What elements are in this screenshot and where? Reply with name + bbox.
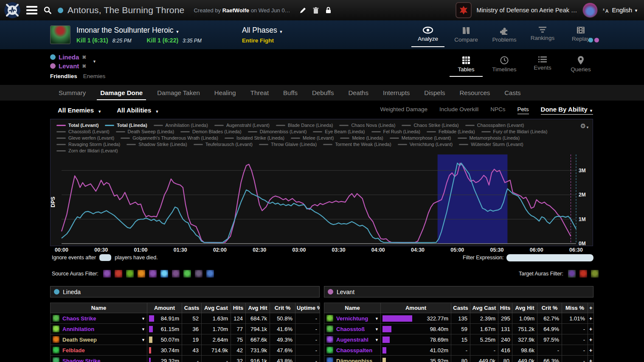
add-query-button[interactable]: +: [588, 324, 594, 334]
filter-weighted-damage[interactable]: Weighted Damage: [380, 106, 427, 114]
column-header[interactable]: Avg Cast: [202, 303, 231, 313]
legend-item[interactable]: Fury of the Illidari (Lineda): [481, 129, 548, 135]
legend-item[interactable]: Death Sweep (Lineda): [116, 129, 174, 135]
tab-casts[interactable]: Casts: [503, 85, 521, 100]
legend-item[interactable]: Vernichtung (Levant): [398, 141, 453, 147]
actor-chip-lineda[interactable]: Lineda✖: [50, 53, 148, 62]
legend-item[interactable]: Felblade (Lineda): [427, 129, 475, 135]
legend-item[interactable]: Shadow Strike (Lineda): [127, 141, 187, 147]
legend-item[interactable]: Metamorphosis (Lineda): [458, 135, 520, 141]
aura-icon[interactable]: [591, 269, 599, 278]
edit-icon[interactable]: [300, 7, 306, 14]
menu-icon[interactable]: [26, 6, 37, 14]
add-query-button[interactable]: +: [588, 334, 594, 345]
aura-icon[interactable]: [183, 269, 191, 278]
ability-name[interactable]: Augenstrahl: [336, 337, 368, 343]
mode-tab-rankings[interactable]: Rankings: [523, 24, 562, 46]
user-avatar[interactable]: [582, 3, 598, 18]
aura-icon[interactable]: [137, 269, 146, 278]
dropdown-all-enemies[interactable]: All Enemies ▼: [58, 107, 101, 114]
legend-item[interactable]: Total (Lineda): [105, 122, 147, 128]
ability-name[interactable]: Death Sweep: [62, 337, 97, 343]
faction-icon[interactable]: [456, 2, 472, 18]
column-header[interactable]: Hits: [498, 303, 512, 313]
column-header[interactable]: Amount: [381, 303, 451, 313]
legend-item[interactable]: Ravaging Storm (Lineda): [56, 141, 120, 147]
legend-item[interactable]: Golganneth's Thunderous Wrath (Lineda): [121, 135, 218, 141]
legend-item[interactable]: Chaos Strike (Lineda): [402, 122, 458, 128]
expand-row-caret[interactable]: ▼: [141, 317, 145, 321]
mode-tab-analyze[interactable]: Analyze: [409, 24, 447, 46]
column-header[interactable]: Avg Hit: [246, 303, 270, 313]
kill-1-label[interactable]: Kill 1 (6:31): [76, 37, 108, 44]
ability-name[interactable]: Shadow Strike: [62, 358, 101, 362]
aura-icon[interactable]: [194, 269, 203, 278]
add-query-button[interactable]: +: [588, 345, 594, 356]
legend-item[interactable]: Zorn der Illidari (Levant): [56, 148, 118, 154]
add-query-button[interactable]: +: [588, 313, 594, 324]
tab-resources[interactable]: Resources: [459, 85, 491, 100]
expand-row-caret[interactable]: ▼: [375, 327, 379, 331]
legend-item[interactable]: Isolated Strike (Lineda): [225, 135, 284, 141]
aura-icon[interactable]: [103, 269, 111, 278]
column-header[interactable]: Name: [51, 303, 147, 313]
table-actor-header[interactable]: Lineda: [50, 286, 320, 297]
legend-item[interactable]: Teufelsrausch (Levant): [194, 141, 253, 147]
legend-item[interactable]: Total (Levant): [56, 122, 98, 128]
legend-item[interactable]: Chaosstoß (Levant): [56, 129, 110, 135]
boss-portrait[interactable]: [50, 25, 70, 44]
aura-icon[interactable]: [114, 269, 123, 278]
legend-item[interactable]: Demon Blades (Lineda): [180, 129, 242, 135]
legend-item[interactable]: Dämonenbiss (Levant): [248, 129, 307, 135]
tab-healing[interactable]: Healing: [214, 85, 237, 100]
kill-2-label[interactable]: Kill 1 (6:22): [146, 37, 178, 44]
boss-name-dropdown[interactable]: Imonar the Soulhunter Heroic ▼: [76, 26, 221, 35]
table-actor-header[interactable]: Levant: [324, 286, 593, 297]
remove-actor-icon[interactable]: ✖: [82, 54, 86, 60]
filter-npcs[interactable]: NPCs: [490, 106, 505, 114]
legend-item[interactable]: Throw Glaive (Lineda): [259, 141, 317, 147]
legend-item[interactable]: Gleve werfen (Levant): [56, 135, 114, 141]
ability-name[interactable]: Chaosstoß: [336, 326, 365, 332]
legend-item[interactable]: Metamorphose (Levant): [390, 135, 451, 141]
view-tab-timelines[interactable]: Timelines: [485, 53, 523, 76]
language-selector[interactable]: x̄A English▼: [603, 7, 638, 14]
lock-icon[interactable]: [326, 7, 331, 14]
ability-name[interactable]: Felblade: [62, 347, 85, 354]
aura-icon[interactable]: [568, 269, 576, 278]
add-query-button[interactable]: +: [588, 356, 594, 362]
aura-icon[interactable]: [579, 269, 588, 278]
legend-item[interactable]: Augenstrahl (Levant): [214, 122, 270, 128]
column-header[interactable]: Miss %: [562, 303, 588, 313]
column-header[interactable]: Uptime %: [295, 303, 320, 313]
view-tab-events[interactable]: Events: [523, 53, 562, 76]
filter-pets[interactable]: Pets: [517, 106, 529, 114]
legend-item[interactable]: Annihilation (Lineda): [154, 122, 208, 128]
view-tab-tables[interactable]: Tables: [447, 53, 485, 76]
legend-item[interactable]: Wütender Sturm (Levant): [459, 141, 523, 147]
expand-row-caret[interactable]: ▼: [375, 338, 379, 342]
expand-row-caret[interactable]: ▼: [375, 317, 379, 321]
expand-all-button[interactable]: +: [588, 303, 594, 313]
delete-icon[interactable]: [313, 7, 319, 14]
expand-row-caret[interactable]: ▼: [141, 327, 145, 331]
actor-chip-levant[interactable]: Levant✖: [50, 62, 148, 70]
ability-name[interactable]: Vernichtung: [336, 315, 368, 322]
aura-icon[interactable]: [160, 269, 169, 278]
actor-dropdown-caret[interactable]: ▼: [93, 59, 96, 64]
column-header[interactable]: Hits: [231, 303, 246, 313]
expand-row-caret[interactable]: ▼: [141, 338, 145, 342]
legend-item[interactable]: Chaos Nova (Lineda): [339, 122, 395, 128]
column-header[interactable]: Amount: [147, 303, 182, 313]
remove-actor-icon[interactable]: ✖: [82, 63, 86, 69]
mode-tab-replay[interactable]: Replay: [562, 24, 600, 46]
tab-deaths[interactable]: Deaths: [347, 85, 369, 100]
column-header[interactable]: Avg Hit: [512, 303, 537, 313]
ability-name[interactable]: Annihilation: [62, 326, 94, 332]
legend-item[interactable]: Chaosspalten (Levant): [465, 122, 524, 128]
legend-item[interactable]: Melee (Lineda): [340, 135, 383, 141]
column-header[interactable]: Avg Cast: [470, 303, 498, 313]
column-header[interactable]: Name: [324, 303, 381, 313]
tab-debuffs[interactable]: Debuffs: [311, 85, 335, 100]
filter-expression-input[interactable]: [506, 254, 593, 261]
